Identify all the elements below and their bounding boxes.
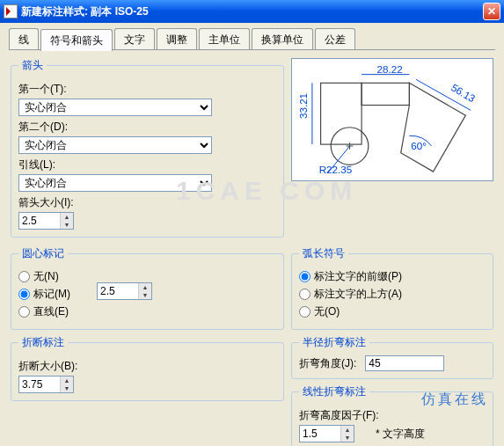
arc-preceding-radio-row[interactable]: 标注文字的前缀(P) <box>299 269 486 284</box>
first-arrow-label: 第一个(T): <box>18 82 276 97</box>
center-none-label: 无(N) <box>33 269 59 284</box>
linear-jog-legend: 线性折弯标注 <box>299 384 369 399</box>
spin-down-icon[interactable]: ▼ <box>340 434 354 442</box>
arc-none-radio[interactable] <box>299 306 310 318</box>
second-arrow-label: 第二个(D): <box>18 120 276 135</box>
preview-top-dim: 28.22 <box>377 64 403 75</box>
titlebar: 新建标注样式: 副本 ISO-25 ✕ <box>0 0 504 23</box>
spin-up-icon[interactable]: ▲ <box>60 377 73 384</box>
break-size-label: 折断大小(B): <box>18 359 276 374</box>
center-line-label: 直线(E) <box>33 304 69 319</box>
spin-up-icon[interactable]: ▲ <box>138 283 151 291</box>
svg-marker-2 <box>401 83 466 172</box>
center-marks-legend: 圆心标记 <box>18 246 68 261</box>
spin-down-icon[interactable]: ▼ <box>138 291 151 299</box>
spin-up-icon[interactable]: ▲ <box>340 426 354 434</box>
spin-up-icon[interactable]: ▲ <box>60 213 73 221</box>
radius-jog-legend: 半径折弯标注 <box>299 335 369 350</box>
tab-text[interactable]: 文字 <box>114 28 155 50</box>
preview-left-dim: 33.21 <box>297 93 309 119</box>
leader-arrow-label: 引线(L): <box>18 157 276 172</box>
arrowheads-legend: 箭头 <box>18 58 47 73</box>
tab-primary-units[interactable]: 主单位 <box>199 28 250 50</box>
spin-down-icon[interactable]: ▼ <box>60 384 73 392</box>
center-none-radio-row[interactable]: 无(N) <box>18 269 70 284</box>
tab-symbols-arrows[interactable]: 符号和箭头 <box>40 29 113 51</box>
arc-length-legend: 弧长符号 <box>299 246 348 261</box>
tab-fit[interactable]: 调整 <box>157 28 197 50</box>
tab-alternate-units[interactable]: 换算单位 <box>252 28 313 50</box>
close-icon: ✕ <box>487 5 496 18</box>
center-mark-spinner[interactable]: ▲ ▼ <box>97 282 152 300</box>
arc-above-radio[interactable] <box>299 289 310 300</box>
jog-factor-label: 折弯高度因子(F): <box>299 408 486 423</box>
break-dim-group: 折断标注 折断大小(B): ▲ ▼ <box>11 335 284 401</box>
svg-rect-1 <box>362 83 409 105</box>
second-arrow-select[interactable]: 实心闭合 <box>18 136 212 154</box>
center-none-radio[interactable] <box>18 271 30 282</box>
tab-tolerances[interactable]: 公差 <box>315 28 355 50</box>
leader-arrow-select[interactable]: 实心闭合 <box>18 174 212 192</box>
center-line-radio-row[interactable]: 直线(E) <box>18 304 70 319</box>
arrow-size-label: 箭头大小(I): <box>18 195 276 210</box>
close-button[interactable]: ✕ <box>483 3 500 20</box>
arrowheads-group: 箭头 第一个(T): 实心闭合 第二个(D): 实心闭合 引线(L): 实 <box>11 58 284 238</box>
arc-none-radio-row[interactable]: 无(O) <box>299 304 486 319</box>
preview-radius-dim: R22.35 <box>319 164 353 175</box>
center-mark-radio-row[interactable]: 标记(M) <box>18 287 70 302</box>
center-mark-radio[interactable] <box>18 289 30 300</box>
window-title: 新建标注样式: 副本 ISO-25 <box>21 4 483 19</box>
tabs: 线 符号和箭头 文字 调整 主单位 换算单位 公差 <box>0 23 504 50</box>
jog-factor-suffix: * 文字高度 <box>376 427 425 442</box>
preview-angle-dim: 60° <box>411 140 427 151</box>
break-size-spinner[interactable]: ▲ ▼ <box>18 376 74 393</box>
center-mark-input[interactable] <box>98 283 138 299</box>
center-line-radio[interactable] <box>18 306 30 318</box>
arc-none-label: 无(O) <box>314 304 340 319</box>
svg-rect-0 <box>321 83 362 144</box>
arc-above-label: 标注文字的上方(A) <box>314 287 402 302</box>
arrow-size-input[interactable] <box>19 213 60 229</box>
app-icon <box>4 4 18 18</box>
break-size-input[interactable] <box>19 377 60 392</box>
arc-preceding-radio[interactable] <box>299 271 310 282</box>
arc-above-radio-row[interactable]: 标注文字的上方(A) <box>299 287 486 302</box>
arc-preceding-label: 标注文字的前缀(P) <box>314 269 402 284</box>
dimension-preview: 28.22 33.21 56.13 60° R22.35 <box>291 58 493 181</box>
arc-length-group: 弧长符号 标注文字的前缀(P) 标注文字的上方(A) 无(O) <box>291 246 493 330</box>
radius-jog-group: 半径折弯标注 折弯角度(J): <box>291 335 493 379</box>
jog-factor-spinner[interactable]: ▲ ▼ <box>299 425 354 442</box>
tab-lines[interactable]: 线 <box>9 28 39 50</box>
jog-angle-input[interactable] <box>365 355 444 371</box>
first-arrow-select[interactable]: 实心闭合 <box>18 99 212 116</box>
center-mark-label: 标记(M) <box>33 287 70 302</box>
arrow-size-spinner[interactable]: ▲ ▼ <box>18 212 74 230</box>
center-marks-group: 圆心标记 无(N) 标记(M) 直线(E) <box>11 246 284 330</box>
jog-angle-label: 折弯角度(J): <box>299 356 356 371</box>
break-dim-legend: 折断标注 <box>18 335 68 350</box>
linear-jog-group: 线性折弯标注 折弯高度因子(F): ▲ ▼ * 文字高度 <box>291 384 493 446</box>
jog-factor-input[interactable] <box>300 426 340 442</box>
spin-down-icon[interactable]: ▼ <box>60 221 73 229</box>
